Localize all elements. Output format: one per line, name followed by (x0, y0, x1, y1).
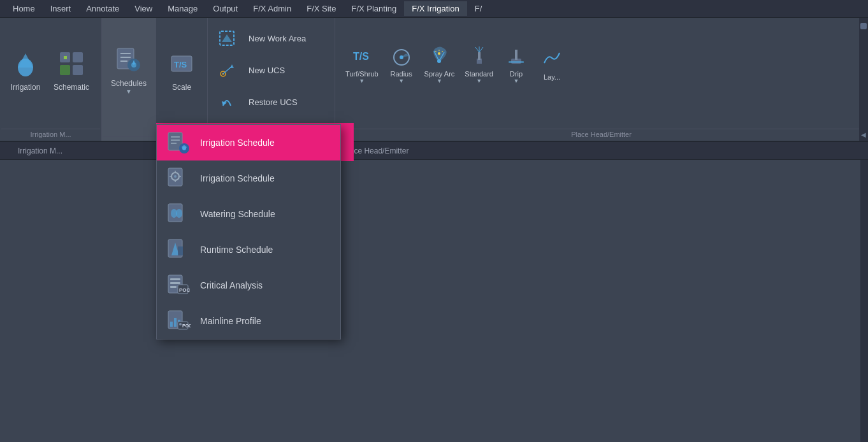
ribbon-btn-new-work-area[interactable]: New Work Area (214, 23, 306, 53)
ribbon-btn-schedules[interactable]: Schedules ▼ (106, 20, 152, 119)
schematic-icon (56, 48, 87, 79)
svg-marker-1 (18, 53, 33, 68)
ribbon-btn-radius[interactable]: Radius ▼ (385, 23, 418, 106)
ribbon-btn-spray-arc-label: Spray Arc (424, 70, 455, 78)
svg-rect-4 (60, 65, 70, 75)
ribbon-btn-radius-label: Radius (390, 70, 412, 78)
svg-rect-5 (73, 65, 83, 75)
ribbon-section-irrigation: Irrigation Schematic Irrigation M... (0, 18, 102, 141)
watering-schedule-icon (166, 201, 191, 227)
menu-insert[interactable]: Insert (43, 1, 79, 16)
dropdown-item-mainline-profile[interactable]: POC Mainline Profile (157, 303, 340, 339)
radius-icon (390, 45, 413, 68)
main-content (0, 160, 868, 442)
work-area-icon (214, 25, 240, 51)
svg-text:T/S: T/S (174, 60, 187, 69)
ribbon-section-place-head: T/S Turf/Shrub ▼ Radius ▼ (335, 18, 868, 141)
svg-rect-63 (170, 286, 177, 288)
svg-marker-22 (222, 101, 227, 106)
ribbon-section-irrigation-label: Irrigation M... (1, 129, 100, 139)
mainline-profile-label: Mainline Profile (200, 316, 261, 326)
ribbon-btn-restore-ucs[interactable]: Restore UCS (214, 87, 298, 117)
svg-text:POC: POC (179, 287, 191, 293)
valve-schedule-label: Irrigation Schedule (200, 173, 275, 183)
ribbon: Irrigation Schematic Irrigation M... (0, 18, 868, 142)
menu-fx-extra[interactable]: F/ (467, 1, 490, 16)
svg-point-25 (400, 55, 403, 59)
svg-rect-62 (170, 282, 180, 284)
irrigation-schedule-label: Irrigation Schedule (200, 138, 275, 148)
critical-analysis-icon: POC (166, 273, 191, 298)
menu-annotate[interactable]: Annotate (78, 1, 127, 16)
ribbon-btn-irrigation[interactable]: Irrigation (4, 20, 47, 119)
turf-shrub-icon: T/S (351, 45, 373, 68)
ribbon-btn-turf-shrub-label: Turf/Shrub (345, 70, 379, 78)
menu-bar: Home Insert Annotate View Manage Output … (0, 0, 868, 18)
standard-icon (468, 45, 491, 68)
svg-rect-67 (170, 322, 173, 327)
ribbon-btn-lay-label: Lay... (544, 73, 560, 81)
ribbon-btn-scale[interactable]: T/S Scale (160, 20, 203, 119)
watering-schedule-label: Watering Schedule (200, 209, 275, 219)
dropdown-item-runtime-schedule[interactable]: Runtime Schedule (157, 232, 340, 267)
svg-rect-59 (178, 246, 183, 255)
schedules-icon (113, 45, 144, 75)
restore-ucs-label: Restore UCS (249, 97, 298, 107)
runtime-schedule-label: Runtime Schedule (200, 245, 273, 255)
restore-ucs-icon (214, 89, 240, 115)
ribbon-label-irrigation-m: Irrigation M... (5, 144, 75, 158)
dropdown-item-valve-schedule[interactable]: Irrigation Schedule (157, 160, 340, 196)
svg-rect-6 (64, 56, 67, 59)
ribbon-section-schedules-label (103, 136, 154, 139)
svg-point-49 (174, 175, 177, 178)
ribbon-btn-lay[interactable]: Lay... (535, 23, 568, 106)
menu-output[interactable]: Output (205, 1, 245, 16)
dropdown-item-critical-analysis[interactable]: POC Critical Analysis (157, 267, 340, 303)
ribbon-btn-standard[interactable]: Standard ▼ (461, 23, 497, 106)
ribbon-section-schedules: Schedules ▼ (102, 18, 156, 141)
dropdown-item-irrigation-schedule[interactable]: Irrigation Schedule (157, 125, 340, 160)
menu-home[interactable]: Home (5, 1, 43, 16)
new-work-area-label: New Work Area (249, 34, 306, 43)
svg-rect-40 (509, 61, 524, 63)
svg-point-29 (438, 52, 440, 55)
ribbon-btn-scale-label: Scale (172, 83, 191, 92)
menu-manage[interactable]: Manage (160, 1, 205, 16)
svg-rect-3 (73, 52, 83, 62)
mainline-profile-icon: POC (166, 308, 191, 334)
ribbon-btn-drip-label: Drip (510, 70, 523, 78)
ribbon-btn-schedules-label: Schedules (111, 79, 147, 88)
ucs-icon (214, 57, 240, 83)
ribbon-labels-bar: Irrigation M... Place Head/Emitter (0, 142, 868, 160)
svg-marker-17 (222, 34, 232, 42)
ribbon-btn-turf-shrub[interactable]: T/S Turf/Shrub ▼ (342, 23, 382, 106)
svg-rect-34 (478, 52, 481, 60)
ribbon-btn-drip[interactable]: Drip ▼ (500, 23, 533, 106)
runtime-schedule-icon (166, 237, 191, 262)
menu-fx-site[interactable]: F/X Site (299, 1, 344, 16)
svg-point-46 (182, 146, 186, 150)
menu-fx-planting[interactable]: F/X Planting (344, 1, 404, 16)
ribbon-btn-spray-arc[interactable]: Spray Arc ▼ (421, 23, 459, 106)
ribbon-section-place-head-label: Place Head/Emitter (336, 129, 866, 139)
water-drop-icon (10, 48, 41, 79)
schedules-dropdown: Irrigation Schedule Irrigation Schedule (156, 124, 341, 339)
menu-fx-admin[interactable]: F/X Admin (245, 1, 299, 16)
menu-view[interactable]: View (127, 1, 160, 16)
ribbon-btn-schematic[interactable]: Schematic (48, 20, 94, 119)
lay-icon (540, 48, 563, 71)
svg-rect-68 (174, 318, 177, 327)
ribbon-btn-new-ucs[interactable]: New UCS (214, 55, 285, 85)
ribbon-btn-schematic-label: Schematic (54, 83, 89, 92)
critical-analysis-label: Critical Analysis (200, 280, 263, 290)
ribbon-btn-standard-label: Standard (465, 70, 493, 78)
scrollbar[interactable] (860, 160, 868, 442)
dropdown-item-watering-schedule[interactable]: Watering Schedule (157, 196, 340, 232)
svg-line-37 (479, 47, 483, 52)
svg-marker-21 (230, 64, 234, 68)
scale-icon: T/S (166, 48, 197, 79)
svg-line-35 (475, 47, 479, 52)
irrigation-schedule-icon (166, 130, 191, 155)
spray-arc-icon (428, 45, 451, 68)
menu-fx-irrigation[interactable]: F/X Irrigation (404, 1, 467, 16)
